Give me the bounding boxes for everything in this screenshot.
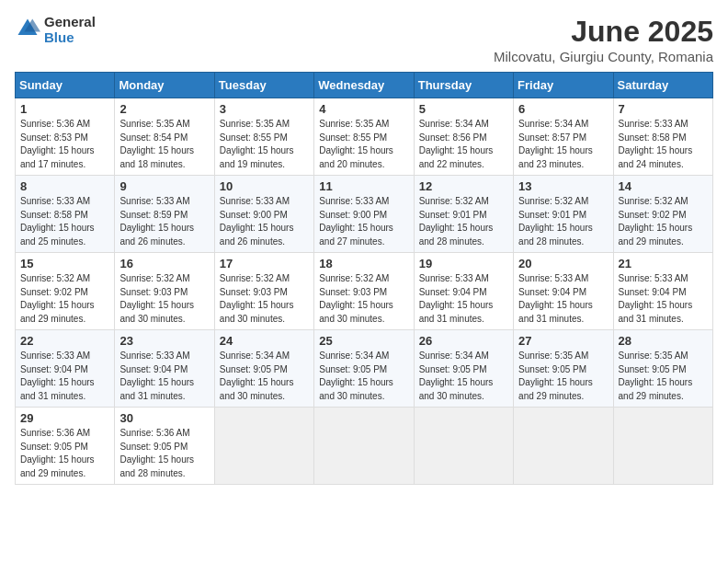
daylight-text: Daylight: 15 hours bbox=[419, 223, 494, 233]
sunrise-text: Sunrise: 5:33 AM bbox=[518, 273, 588, 283]
daylight-text: Daylight: 15 hours bbox=[119, 223, 194, 233]
day-number: 15 bbox=[20, 257, 109, 270]
logo-icon bbox=[15, 16, 40, 45]
sunrise-text: Sunrise: 5:34 AM bbox=[419, 350, 489, 361]
day-info: Sunrise: 5:33 AMSunset: 8:58 PMDaylight:… bbox=[619, 118, 708, 171]
sunrise-text: Sunrise: 5:33 AM bbox=[619, 273, 688, 283]
daylight-text: and 26 minutes. bbox=[119, 236, 185, 247]
weekday-header-monday: Monday bbox=[115, 73, 214, 98]
page-header: General Blue June 2025 Milcovatu, Giurgi… bbox=[15, 15, 713, 64]
daylight-text: Daylight: 15 hours bbox=[119, 454, 194, 465]
sunrise-text: Sunrise: 5:32 AM bbox=[419, 196, 489, 206]
daylight-text: Daylight: 15 hours bbox=[220, 145, 294, 155]
sunset-text: Sunset: 9:04 PM bbox=[419, 287, 487, 297]
sunset-text: Sunset: 8:57 PM bbox=[518, 132, 586, 143]
day-number: 29 bbox=[20, 411, 109, 425]
weekday-header-thursday: Thursday bbox=[414, 73, 513, 98]
day-info: Sunrise: 5:34 AMSunset: 9:05 PMDaylight:… bbox=[319, 350, 408, 403]
daylight-text: and 31 minutes. bbox=[419, 314, 484, 324]
day-number: 1 bbox=[20, 102, 109, 116]
day-number: 11 bbox=[319, 179, 408, 193]
sunset-text: Sunset: 8:56 PM bbox=[419, 132, 487, 143]
weekday-header-sunday: Sunday bbox=[16, 73, 115, 98]
day-info: Sunrise: 5:36 AMSunset: 9:05 PMDaylight:… bbox=[119, 427, 209, 480]
calendar-week-2: 8Sunrise: 5:33 AMSunset: 8:58 PMDaylight… bbox=[16, 176, 713, 253]
day-number: 27 bbox=[518, 334, 608, 348]
day-number: 20 bbox=[518, 257, 608, 270]
sunrise-text: Sunrise: 5:33 AM bbox=[20, 196, 90, 206]
day-number: 10 bbox=[220, 179, 309, 193]
calendar-cell: 23Sunrise: 5:33 AMSunset: 9:04 PMDayligh… bbox=[115, 330, 214, 408]
day-number: 28 bbox=[619, 334, 708, 348]
sunrise-text: Sunrise: 5:33 AM bbox=[220, 196, 290, 206]
calendar-week-3: 15Sunrise: 5:32 AMSunset: 9:02 PMDayligh… bbox=[16, 253, 713, 330]
day-info: Sunrise: 5:32 AMSunset: 9:03 PMDaylight:… bbox=[220, 272, 309, 326]
sunset-text: Sunset: 9:05 PM bbox=[518, 364, 586, 374]
day-info: Sunrise: 5:36 AMSunset: 9:05 PMDaylight:… bbox=[20, 427, 109, 480]
day-number: 17 bbox=[220, 257, 309, 270]
sunrise-text: Sunrise: 5:33 AM bbox=[319, 196, 389, 206]
sunset-text: Sunset: 8:58 PM bbox=[20, 210, 88, 220]
daylight-text: and 29 minutes. bbox=[20, 468, 85, 478]
calendar-cell: 10Sunrise: 5:33 AMSunset: 9:00 PMDayligh… bbox=[214, 176, 313, 253]
calendar-cell: 7Sunrise: 5:33 AMSunset: 8:58 PMDaylight… bbox=[613, 98, 712, 176]
day-number: 24 bbox=[220, 334, 309, 348]
sunset-text: Sunset: 9:05 PM bbox=[619, 364, 687, 374]
daylight-text: Daylight: 15 hours bbox=[319, 300, 393, 310]
daylight-text: and 28 minutes. bbox=[419, 236, 484, 247]
day-info: Sunrise: 5:34 AMSunset: 9:05 PMDaylight:… bbox=[220, 350, 309, 403]
day-number: 18 bbox=[319, 257, 408, 270]
daylight-text: and 17 minutes. bbox=[20, 159, 85, 169]
sunset-text: Sunset: 9:05 PM bbox=[220, 364, 288, 374]
sunset-text: Sunset: 8:54 PM bbox=[119, 132, 188, 143]
sunset-text: Sunset: 9:00 PM bbox=[319, 210, 387, 220]
daylight-text: and 27 minutes. bbox=[319, 236, 384, 247]
daylight-text: Daylight: 15 hours bbox=[319, 145, 393, 155]
title-area: June 2025 Milcovatu, Giurgiu County, Rom… bbox=[494, 15, 713, 64]
daylight-text: Daylight: 15 hours bbox=[419, 145, 494, 155]
calendar-cell: 12Sunrise: 5:32 AMSunset: 9:01 PMDayligh… bbox=[414, 176, 513, 253]
day-info: Sunrise: 5:34 AMSunset: 8:57 PMDaylight:… bbox=[518, 118, 608, 171]
day-info: Sunrise: 5:33 AMSunset: 9:04 PMDaylight:… bbox=[20, 350, 109, 403]
daylight-text: Daylight: 15 hours bbox=[518, 300, 593, 310]
day-number: 5 bbox=[419, 102, 508, 116]
day-number: 26 bbox=[419, 334, 508, 348]
daylight-text: Daylight: 15 hours bbox=[119, 145, 194, 155]
daylight-text: and 24 minutes. bbox=[619, 159, 684, 169]
daylight-text: and 30 minutes. bbox=[220, 314, 285, 324]
sunrise-text: Sunrise: 5:34 AM bbox=[518, 119, 588, 129]
calendar-cell: 11Sunrise: 5:33 AMSunset: 9:00 PMDayligh… bbox=[314, 176, 414, 253]
weekday-header-wednesday: Wednesday bbox=[314, 73, 414, 98]
sunrise-text: Sunrise: 5:34 AM bbox=[319, 350, 389, 361]
calendar-cell: 14Sunrise: 5:32 AMSunset: 9:02 PMDayligh… bbox=[613, 176, 712, 253]
daylight-text: Daylight: 15 hours bbox=[20, 454, 95, 465]
day-number: 16 bbox=[119, 257, 209, 270]
day-info: Sunrise: 5:36 AMSunset: 8:53 PMDaylight:… bbox=[20, 118, 109, 171]
day-info: Sunrise: 5:33 AMSunset: 9:04 PMDaylight:… bbox=[518, 272, 608, 326]
calendar-cell: 6Sunrise: 5:34 AMSunset: 8:57 PMDaylight… bbox=[514, 98, 613, 176]
daylight-text: Daylight: 15 hours bbox=[119, 377, 194, 387]
calendar-cell: 24Sunrise: 5:34 AMSunset: 9:05 PMDayligh… bbox=[214, 330, 313, 408]
sunrise-text: Sunrise: 5:35 AM bbox=[518, 350, 588, 361]
sunrise-text: Sunrise: 5:32 AM bbox=[220, 273, 290, 283]
calendar-cell: 30Sunrise: 5:36 AMSunset: 9:05 PMDayligh… bbox=[115, 408, 214, 485]
calendar-cell: 27Sunrise: 5:35 AMSunset: 9:05 PMDayligh… bbox=[514, 330, 613, 408]
calendar-cell: 29Sunrise: 5:36 AMSunset: 9:05 PMDayligh… bbox=[16, 408, 115, 485]
daylight-text: and 30 minutes. bbox=[220, 391, 285, 401]
day-info: Sunrise: 5:35 AMSunset: 8:55 PMDaylight:… bbox=[319, 118, 408, 171]
day-number: 4 bbox=[319, 102, 408, 116]
sunset-text: Sunset: 8:55 PM bbox=[319, 132, 387, 143]
calendar-cell bbox=[314, 408, 414, 485]
sunset-text: Sunset: 9:05 PM bbox=[119, 442, 188, 452]
day-info: Sunrise: 5:33 AMSunset: 9:00 PMDaylight:… bbox=[319, 195, 408, 248]
day-info: Sunrise: 5:35 AMSunset: 8:54 PMDaylight:… bbox=[119, 118, 209, 171]
sunset-text: Sunset: 9:05 PM bbox=[419, 364, 487, 374]
calendar-week-4: 22Sunrise: 5:33 AMSunset: 9:04 PMDayligh… bbox=[16, 330, 713, 408]
daylight-text: Daylight: 15 hours bbox=[419, 377, 494, 387]
day-number: 21 bbox=[619, 257, 708, 270]
daylight-text: and 29 minutes. bbox=[619, 391, 684, 401]
sunset-text: Sunset: 9:03 PM bbox=[220, 287, 288, 297]
day-info: Sunrise: 5:33 AMSunset: 9:04 PMDaylight:… bbox=[619, 272, 708, 326]
day-info: Sunrise: 5:35 AMSunset: 8:55 PMDaylight:… bbox=[220, 118, 309, 171]
calendar-cell: 26Sunrise: 5:34 AMSunset: 9:05 PMDayligh… bbox=[414, 330, 513, 408]
